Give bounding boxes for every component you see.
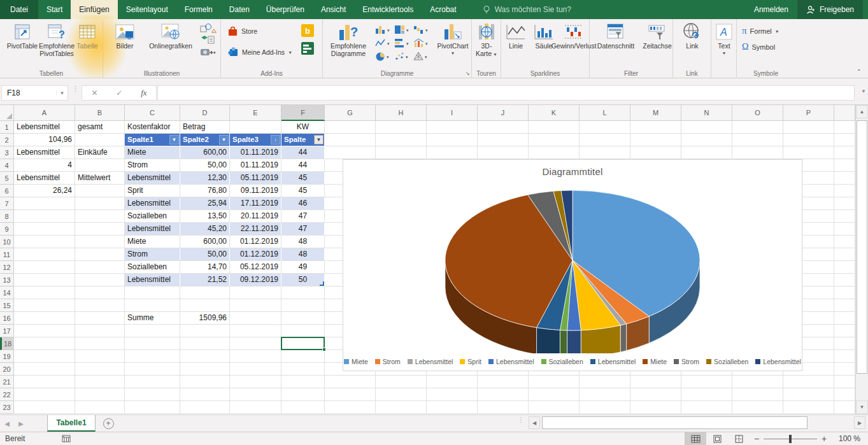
formula-input[interactable] <box>157 85 855 101</box>
column-header-N[interactable]: N <box>681 105 732 121</box>
cell-C10[interactable]: Miete <box>125 236 180 248</box>
ribbon-tab-einfügen[interactable]: Einfügen <box>71 0 117 19</box>
cell-D1[interactable]: Betrag <box>180 121 230 134</box>
cell-D12[interactable]: 14,70 <box>180 261 230 274</box>
cell-C21[interactable] <box>125 376 180 388</box>
scroll-down-icon[interactable]: ▼ <box>856 400 868 414</box>
row-header-23[interactable]: 23 <box>0 401 14 414</box>
column-header-K[interactable]: K <box>529 105 580 121</box>
cell-E18[interactable] <box>230 337 281 350</box>
cell-E20[interactable] <box>230 363 281 376</box>
column-header-L[interactable]: L <box>580 105 630 121</box>
column-header-C[interactable]: C <box>125 105 180 121</box>
combo-chart-button[interactable]: ▾ <box>413 38 432 48</box>
cell-C7[interactable]: Lebensmittel <box>125 197 180 210</box>
sheet-tab-tabelle1[interactable]: Tabelle1 <box>47 415 96 432</box>
sheet-nav-left-icon[interactable]: ◀ <box>0 415 14 432</box>
cell-B20[interactable] <box>75 363 125 376</box>
column-header-E[interactable]: E <box>230 105 281 121</box>
row-header-9[interactable]: 9 <box>0 223 14 236</box>
cell-F2[interactable]: Spalte▼ <box>281 134 325 146</box>
cell-L1[interactable] <box>580 121 630 134</box>
sheet-nav-right-icon[interactable]: ▶ <box>14 415 28 432</box>
row-header-6[interactable]: 6 <box>0 185 14 197</box>
select-all-corner[interactable] <box>0 105 14 121</box>
row-header-7[interactable]: 7 <box>0 197 14 210</box>
cell-L23[interactable] <box>580 401 630 414</box>
cell-I22[interactable] <box>427 388 478 401</box>
screenshot-button[interactable]: ▾ <box>200 47 217 56</box>
cell-Q1[interactable] <box>834 121 855 134</box>
cell-J1[interactable] <box>478 121 529 134</box>
cell-P23[interactable] <box>783 401 834 414</box>
cell-D15[interactable] <box>180 299 230 312</box>
row-header-16[interactable]: 16 <box>0 312 14 325</box>
cell-K22[interactable] <box>529 388 580 401</box>
row-header-13[interactable]: 13 <box>0 274 14 286</box>
cell-E21[interactable] <box>230 376 281 388</box>
cell-I1[interactable] <box>427 121 478 134</box>
cell-P22[interactable] <box>783 388 834 401</box>
cell-C12[interactable]: Sozialleben <box>125 261 180 274</box>
cell-A7[interactable] <box>14 197 75 210</box>
cell-A13[interactable] <box>14 274 75 286</box>
cell-A20[interactable] <box>14 363 75 376</box>
symbol-button[interactable]: Ω Symbol <box>742 42 775 52</box>
zoom-slider[interactable] <box>764 432 817 445</box>
expand-formula-bar-icon[interactable]: ▼ <box>861 88 866 94</box>
cell-Q23[interactable] <box>834 401 855 414</box>
text-button[interactable]: A Text ▼ <box>713 21 735 55</box>
cell-B12[interactable] <box>75 261 125 274</box>
cell-E10[interactable]: 01.12.2019 <box>230 236 281 248</box>
cell-F10[interactable]: 48 <box>281 236 325 248</box>
cell-N23[interactable] <box>681 401 732 414</box>
cell-E13[interactable]: 09.12.2019 <box>230 274 281 286</box>
cell-G3[interactable] <box>325 146 376 159</box>
cell-D14[interactable] <box>180 286 230 299</box>
cell-J22[interactable] <box>478 388 529 401</box>
cell-B2[interactable] <box>75 134 125 146</box>
row-header-14[interactable]: 14 <box>0 286 14 299</box>
cell-B22[interactable] <box>75 388 125 401</box>
cell-E2[interactable]: Spalte3↓ <box>230 134 281 146</box>
ribbon-tab-ansicht[interactable]: Ansicht <box>313 0 354 19</box>
zoom-slider-thumb[interactable] <box>789 435 792 443</box>
karte3d-button[interactable]: 3D-Karte▼ <box>473 21 500 57</box>
pie-chart[interactable]: Diagrammtitel MieteStromLebensmittelSpri… <box>343 159 802 371</box>
scatter-chart-button[interactable]: ▾ <box>394 52 413 61</box>
cell-D22[interactable] <box>180 388 230 401</box>
cell-F9[interactable]: 47 <box>281 223 325 236</box>
macro-record-icon[interactable] <box>62 435 71 442</box>
vertical-scrollbar[interactable]: ▲ ▼ <box>855 105 868 414</box>
cell-J3[interactable] <box>478 146 529 159</box>
cell-E5[interactable]: 05.11.2019 <box>230 172 281 185</box>
cell-Q10[interactable] <box>834 236 855 248</box>
cell-F19[interactable] <box>281 350 325 363</box>
cell-D20[interactable] <box>180 363 230 376</box>
cell-F11[interactable]: 48 <box>281 248 325 261</box>
cell-C5[interactable]: Lebensmittel <box>125 172 180 185</box>
collapse-ribbon-icon[interactable]: ⌃ <box>857 68 862 75</box>
cell-B14[interactable] <box>75 286 125 299</box>
cell-B17[interactable] <box>75 325 125 337</box>
cell-Q17[interactable] <box>834 325 855 337</box>
cell-M21[interactable] <box>630 376 681 388</box>
page-layout-view-button[interactable] <box>706 432 728 445</box>
cell-E14[interactable] <box>230 286 281 299</box>
cell-B3[interactable]: Einkäufe <box>75 146 125 159</box>
hscroll-splitter[interactable]: ⋮ <box>518 418 524 421</box>
column-header-M[interactable]: M <box>630 105 681 121</box>
cell-O23[interactable] <box>732 401 783 414</box>
cell-E16[interactable] <box>230 312 281 325</box>
cell-J21[interactable] <box>478 376 529 388</box>
cell-L21[interactable] <box>580 376 630 388</box>
cell-I3[interactable] <box>427 146 478 159</box>
cell-M1[interactable] <box>630 121 681 134</box>
cell-C18[interactable] <box>125 337 180 350</box>
cell-C16[interactable]: Summe <box>125 312 180 325</box>
cell-P3[interactable] <box>783 146 834 159</box>
cell-Q13[interactable] <box>834 274 855 286</box>
cell-G21[interactable] <box>325 376 376 388</box>
cell-Q7[interactable] <box>834 197 855 210</box>
cell-B5[interactable]: Mittelwert <box>75 172 125 185</box>
